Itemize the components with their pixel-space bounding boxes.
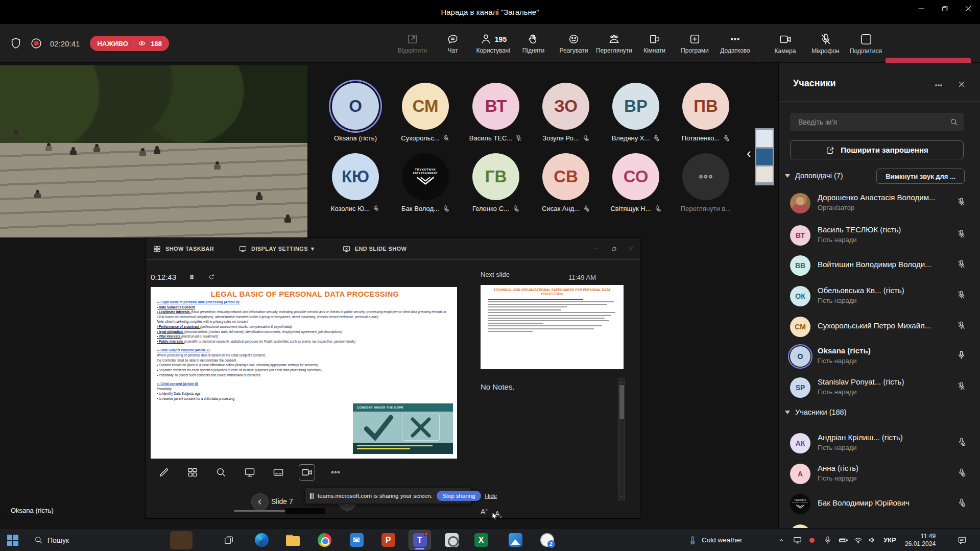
participant-tile[interactable]: СВ Сисак Анд... [534,153,597,212]
camera-button[interactable]: Камера [765,33,805,55]
participant-tile[interactable]: КЮ Козолис Ю... [324,153,387,212]
see-all-slides-button[interactable] [184,464,201,481]
search-participant-input[interactable] [790,113,964,131]
taskbar-app-powerpoint[interactable]: P [377,530,399,550]
pen-tool-button[interactable] [156,464,172,481]
ppt-restore-button[interactable] [605,242,623,256]
display-settings-button[interactable]: DISPLAY SETTINGS ▼ [238,245,316,253]
participant-row[interactable]: ОК Обельовська Кв... (гість) Гість нарад… [779,283,980,309]
participant-row[interactable]: ВВ Войтишин Володимир Володи... [779,252,980,279]
previous-slide-button[interactable] [251,493,269,511]
share-button[interactable]: Поділитися [846,33,886,55]
tray-mic-icon[interactable] [823,529,832,551]
tray-wifi-icon[interactable] [853,529,863,551]
participant-tile[interactable]: ВТ Василь ТЕС... [464,83,528,142]
people-button[interactable]: 195 Користувачі [473,33,513,54]
participant-tile[interactable]: ГВ Геленко С... [464,153,528,212]
participant-row[interactable]: ВТ Василь ТЕСЛЮК (гість) Гість наради [779,222,980,249]
camera-tool-button[interactable] [299,464,315,481]
taskbar-app-teams[interactable]: T [409,530,431,550]
rooms-button[interactable]: Кімнати [634,33,675,54]
participant-tile[interactable]: СО Світящук Н... [604,153,667,212]
taskbar-app-chrome[interactable] [313,530,336,550]
more-slideshow-options-button[interactable] [327,464,344,481]
mic-off-icon[interactable] [957,290,966,300]
participant-row[interactable]: А Анна (гість) Гість наради [779,461,980,487]
participant-tile[interactable]: ПВ Потапенко... [674,83,737,142]
mic-off-icon[interactable] [957,259,966,269]
mic-off-icon[interactable] [957,197,966,207]
notification-center-button[interactable] [957,529,967,551]
start-button[interactable] [7,529,18,551]
participant-tile[interactable]: O Oksana (гість) [324,83,387,142]
mic-disabled-icon[interactable] [957,437,966,447]
tray-volume-icon[interactable] [868,529,877,551]
mute-all-button[interactable]: Вимкнути звук для ... [876,169,965,184]
react-button[interactable]: Реагувати [554,33,594,54]
taskbar-search[interactable]: Пошук [34,529,69,551]
stop-sharing-button[interactable]: Stop sharing [437,491,481,501]
view-more-tile[interactable]: Переглянути в... [674,153,737,212]
ppt-minimize-button[interactable] [588,242,605,256]
close-button[interactable] [957,0,980,17]
clock-date[interactable]: 11:49 26.01.2024 [905,529,936,551]
increase-font-button[interactable]: A˄ [481,508,488,516]
taskbar-app-explorer[interactable] [281,530,304,550]
attendees-section-header[interactable]: Учасники (188) [785,408,847,416]
view-button[interactable]: Переглянути [594,33,634,54]
more-button[interactable]: Додатково [715,33,755,54]
apps-button[interactable]: Програми [675,33,715,54]
participant-tile[interactable]: ЗО Зозуля Ро... [534,83,597,142]
mic-off-icon[interactable] [957,229,966,239]
slide-progress-track[interactable] [234,510,285,512]
zoom-slide-button[interactable] [213,464,229,481]
end-slide-show-button[interactable]: END SLIDE SHOW [342,245,407,253]
tray-recording-icon[interactable] [809,529,815,551]
language-indicator[interactable]: УКР [883,529,896,551]
video-tile[interactable] [0,65,307,237]
participant-row[interactable]: Дорошенко Анастасія Володим... Організат… [779,190,980,217]
chat-button[interactable]: Чат [433,33,473,54]
task-view-button[interactable] [223,529,234,551]
hide-banner-link[interactable]: Hide [485,493,497,499]
tray-cast-icon[interactable] [793,529,802,551]
raise-hand-button[interactable]: Підняти [513,33,554,54]
panel-more-button[interactable] [934,80,944,90]
minimize-button[interactable] [910,0,933,17]
taskbar-app-excel[interactable]: X [470,530,492,550]
stage-thumbnail-strip[interactable] [755,128,774,185]
mic-disabled-icon[interactable] [957,498,966,508]
panel-close-button[interactable] [957,79,967,89]
participant-tile[interactable]: СМ Сухорольс... [394,83,457,142]
mic-disabled-icon[interactable] [957,468,966,477]
mic-off-icon[interactable] [957,381,966,391]
captions-button[interactable] [270,464,286,481]
participant-tile[interactable]: ВР Вледяну Х... [604,83,667,142]
pinned-owl-shortcut[interactable] [170,529,193,551]
pause-icon[interactable] [187,273,196,281]
present-screen-button[interactable] [242,464,258,481]
ppt-close-button[interactable] [623,242,640,256]
participant-tile[interactable]: TRYKUTNYK ENTERTAINMENT Бак Волод... [394,153,457,212]
participant-row[interactable]: SP Stanislav Ponyat... (гість) Гість нар… [779,374,980,401]
collapse-strip-icon[interactable]: ‹ [747,146,751,161]
mic-on-icon[interactable] [957,350,966,360]
restore-button[interactable] [933,0,957,17]
share-invite-button[interactable]: Поширити запрошення [790,140,964,159]
participant-row[interactable]: СМ Сухорольський Петро Михайл... [779,314,980,340]
hidden-icons-button[interactable] [777,529,786,551]
taskbar-app-mail[interactable]: ✉ [345,530,368,550]
next-slide-thumbnail[interactable]: TECHNICAL AND ORGANIZATIONAL SAFEGUARDS … [481,285,624,369]
microphone-button[interactable]: Мікрофон [805,33,846,55]
show-taskbar-button[interactable]: SHOW TASKBAR [153,245,214,253]
participant-row[interactable]: АК Андріан Крілиш... (гість) Гість нарад… [779,430,980,457]
restart-timer-icon[interactable] [207,273,216,281]
participant-row[interactable]: O Oksana (гість) Гість наради [779,343,980,370]
taskbar-app-grey[interactable] [440,530,463,550]
presenters-section-header[interactable]: Доповідачі (7) [785,172,843,180]
mic-off-icon[interactable] [957,321,966,330]
taskbar-app-circle[interactable]: 2 [536,530,558,550]
taskbar-app-photos[interactable] [504,530,527,550]
tray-battery-icon[interactable] [838,529,848,551]
participant-row[interactable]: TRYKUTNYK ENTERTAINMENT Бак Володимир Юр… [779,491,980,517]
